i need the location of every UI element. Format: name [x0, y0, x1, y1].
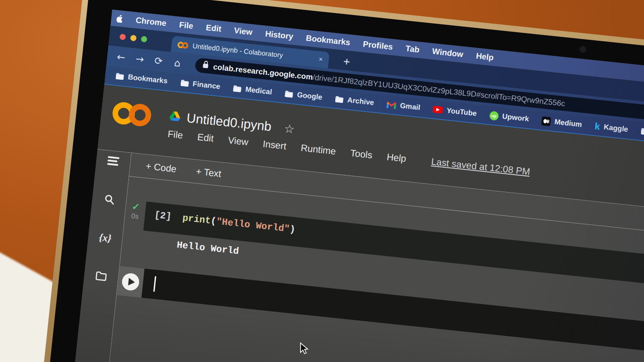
colab-menu-view[interactable]: View	[220, 134, 256, 148]
colab-logo[interactable]	[111, 101, 152, 129]
folder-icon	[233, 85, 242, 93]
menubar-item-window[interactable]: Window	[425, 46, 470, 60]
text-caret	[153, 276, 156, 292]
folder-icon	[115, 72, 125, 80]
bookmark-medical[interactable]: Medical	[233, 84, 273, 97]
upwork-icon: up	[489, 111, 499, 121]
menubar-item-file[interactable]: File	[172, 19, 200, 31]
drive-icon	[169, 111, 181, 123]
bookmark-finance[interactable]: Finance	[180, 78, 221, 91]
home-icon[interactable]: ⌂	[170, 57, 185, 69]
execution-count: [2]	[154, 210, 172, 222]
colab-menu-tools[interactable]: Tools	[343, 147, 380, 162]
add-code-button[interactable]: + Code	[145, 160, 177, 175]
bookmark-medium[interactable]: Medium	[541, 116, 583, 130]
menubar-item-tab[interactable]: Tab	[399, 43, 426, 55]
colab-menu-edit[interactable]: Edit	[190, 131, 222, 145]
zoom-window-button[interactable]	[141, 36, 147, 42]
colab-menu-file[interactable]: File	[160, 128, 191, 142]
files-icon[interactable]	[95, 269, 108, 284]
webcam	[579, 46, 587, 54]
colab-menu-insert[interactable]: Insert	[255, 138, 294, 153]
code-string: "Hello World"	[216, 216, 290, 235]
colab-menu-runtime[interactable]: Runtime	[293, 142, 343, 158]
folder-icon	[180, 79, 189, 87]
gmail-icon	[386, 101, 397, 109]
folder-icon	[334, 96, 344, 103]
kaggle-icon: k	[594, 121, 601, 132]
cell-success-icon: ✓	[131, 202, 140, 212]
bookmark-youtube[interactable]: YouTube	[432, 105, 477, 118]
run-cell-button[interactable]	[121, 272, 140, 291]
colab-menu-help[interactable]: Help	[379, 151, 414, 165]
minimize-window-button[interactable]	[130, 35, 137, 41]
bookmark-archive[interactable]: Archive	[334, 95, 374, 107]
folder-icon	[641, 127, 644, 135]
variables-icon[interactable]: {x}	[98, 231, 112, 245]
reload-icon[interactable]: ⟳	[151, 55, 166, 67]
menubar-item-history[interactable]: History	[258, 28, 300, 42]
lock-icon	[203, 63, 208, 68]
cell-exec-time: 0s	[131, 212, 139, 221]
bookmark-wordpress[interactable]: Wordpress	[641, 127, 644, 141]
bookmark-kaggle[interactable]: kKaggle	[594, 121, 629, 135]
bookmark-bookmarks[interactable]: Bookmarks	[115, 72, 168, 86]
search-icon[interactable]	[103, 193, 115, 207]
run-cell-area	[117, 266, 145, 298]
new-tab-button[interactable]: +	[343, 55, 351, 69]
menubar-item-help[interactable]: Help	[469, 51, 501, 63]
table-of-contents-icon[interactable]	[107, 154, 120, 168]
screen: Chrome File Edit View History Bookmarks …	[63, 9, 644, 362]
menubar-item-profiles[interactable]: Profiles	[356, 39, 399, 52]
folder-icon	[284, 90, 294, 98]
play-icon	[128, 278, 135, 286]
back-icon[interactable]: ←	[114, 51, 129, 63]
youtube-icon	[433, 106, 444, 114]
mouse-cursor	[298, 342, 310, 357]
add-text-button[interactable]: + Text	[195, 166, 222, 180]
apple-icon[interactable]	[116, 14, 124, 23]
star-icon[interactable]: ☆	[283, 121, 295, 136]
bookmark-upwork[interactable]: upUpwork	[489, 111, 529, 124]
laptop-bezel: Chrome File Edit View History Bookmarks …	[36, 0, 644, 362]
close-window-button[interactable]	[119, 33, 126, 40]
menubar-item-edit[interactable]: Edit	[199, 22, 228, 35]
menubar-item-bookmarks[interactable]: Bookmarks	[299, 33, 357, 48]
menubar-item-view[interactable]: View	[227, 25, 259, 38]
colab-favicon	[177, 41, 188, 49]
code-function: print	[182, 213, 211, 226]
bookmark-google[interactable]: Google	[284, 89, 322, 102]
notebook-title[interactable]: Untitled0.ipynb	[186, 111, 272, 134]
laptop: Chrome File Edit View History Bookmarks …	[30, 0, 644, 362]
forward-icon[interactable]: →	[132, 53, 147, 65]
medium-icon	[541, 116, 551, 126]
menubar-item-chrome[interactable]: Chrome	[129, 15, 173, 29]
tab-close-icon[interactable]: ×	[319, 55, 323, 63]
bookmark-gmail[interactable]: Gmail	[386, 100, 421, 112]
